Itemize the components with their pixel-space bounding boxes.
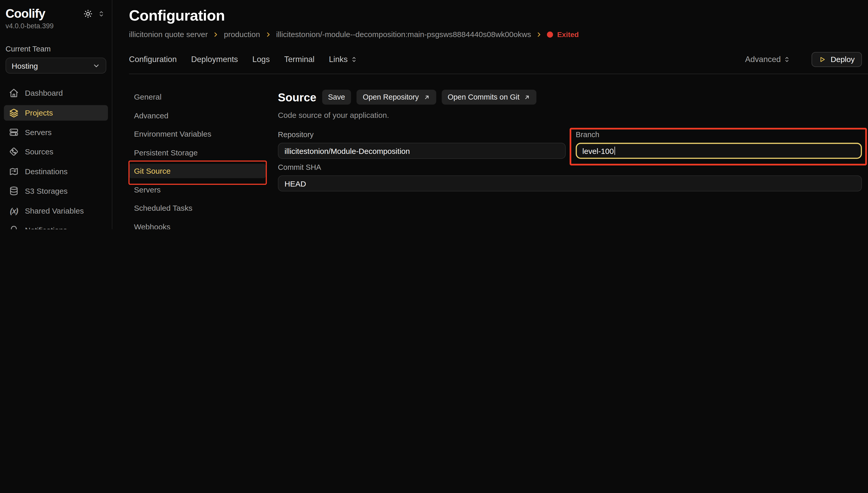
sidebar-item-projects[interactable]: Projects [4, 105, 108, 121]
variables-icon: (x) [9, 206, 19, 216]
current-team-label: Current Team [0, 45, 112, 53]
sidebar-item-label: Sources [25, 147, 53, 156]
subnav-item-general[interactable]: General [129, 89, 266, 104]
sidebar-item-label: Destinations [25, 167, 68, 176]
sidebar-item-label: Shared Variables [25, 206, 84, 215]
open-commits-button[interactable]: Open Commits on Git [442, 89, 536, 105]
chevrons-up-down-icon [350, 56, 358, 63]
team-select[interactable]: Hosting [6, 58, 106, 73]
advanced-dropdown[interactable]: Advanced [745, 55, 790, 64]
subnav-item-advanced[interactable]: Advanced [129, 108, 266, 123]
sidebar: Coolify v4.0.0-beta.399 Current Team Hos… [0, 0, 112, 229]
save-button[interactable]: Save [322, 89, 352, 105]
theme-toggle-sun-icon[interactable] [84, 9, 92, 18]
bell-icon [9, 225, 19, 229]
subnav-item-persistent-storage[interactable]: Persistent Storage [129, 145, 266, 160]
tab-deployments[interactable]: Deployments [191, 55, 238, 64]
repository-input[interactable]: illicitestonion/Module-Decomposition [278, 143, 566, 159]
sidebar-nav: Dashboard Projects Servers Sources Desti… [0, 85, 112, 229]
sidebar-item-notifications[interactable]: Notifications [4, 222, 108, 229]
sidebar-collapse-icon[interactable] [97, 10, 105, 18]
branch-field-group: Branch level-100 [576, 131, 862, 159]
text-caret [614, 147, 615, 155]
sidebar-item-label: Dashboard [25, 88, 63, 97]
subnav-item-git-source[interactable]: Git Source [129, 164, 266, 178]
breadcrumb: illicitonion quote server production ill… [129, 30, 862, 39]
page-title: Configuration [129, 7, 862, 24]
chevron-right-icon [265, 31, 271, 38]
chevron-down-icon [92, 62, 100, 69]
commit-sha-input[interactable]: HEAD [278, 175, 862, 191]
server-icon [9, 127, 19, 137]
branch-label: Branch [576, 131, 862, 140]
sidebar-item-label: Projects [25, 108, 53, 117]
deploy-button[interactable]: Deploy [812, 52, 862, 67]
branch-input[interactable]: level-100 [576, 143, 862, 159]
tab-links-dropdown[interactable]: Links [329, 55, 358, 64]
status-label: Exited [557, 30, 579, 38]
chevron-right-icon [536, 31, 542, 38]
tab-configuration[interactable]: Configuration [129, 55, 176, 64]
chevrons-up-down-icon [784, 56, 791, 63]
chevron-right-icon [213, 31, 219, 38]
git-source-panel: Source Save Open Repository Open Commits… [278, 89, 862, 229]
sidebar-item-s3-storages[interactable]: S3 Storages [4, 183, 108, 199]
sidebar-item-label: S3 Storages [25, 187, 68, 195]
commit-sha-field-group: Commit SHA HEAD [278, 163, 862, 191]
config-subnav: General Advanced Environment Variables P… [129, 89, 266, 229]
repository-field-group: Repository illicitestonion/Module-Decomp… [278, 131, 566, 159]
database-icon [9, 186, 19, 196]
section-title: Source [278, 90, 316, 104]
sidebar-item-shared-variables[interactable]: (x) Shared Variables [4, 203, 108, 218]
breadcrumb-project[interactable]: illicitonion quote server [129, 30, 208, 39]
layers-icon [9, 108, 19, 117]
subnav-item-scheduled-tasks[interactable]: Scheduled Tasks [129, 201, 266, 215]
app-version: v4.0.0-beta.399 [0, 22, 112, 30]
tabs-divider [129, 73, 868, 74]
breadcrumb-environment[interactable]: production [224, 30, 260, 39]
tab-logs[interactable]: Logs [252, 55, 270, 64]
sidebar-item-label: Notifications [25, 226, 67, 229]
status-badge: Exited [547, 30, 579, 38]
sidebar-item-servers[interactable]: Servers [4, 125, 108, 140]
coolify-app: Coolify v4.0.0-beta.399 Current Team Hos… [0, 0, 868, 229]
section-description: Code source of your application. [278, 111, 862, 120]
home-icon [9, 88, 19, 98]
subnav-item-servers[interactable]: Servers [129, 183, 266, 197]
sidebar-item-sources[interactable]: Sources [4, 144, 108, 159]
sidebar-item-label: Servers [25, 128, 52, 137]
arrow-up-right-icon [423, 94, 430, 101]
subnav-item-environment-variables[interactable]: Environment Variables [129, 127, 266, 141]
tab-terminal[interactable]: Terminal [284, 55, 315, 64]
map-icon [9, 167, 19, 176]
git-source-icon [9, 147, 19, 157]
repository-label: Repository [278, 131, 566, 140]
main-area: Configuration illicitonion quote server … [112, 0, 868, 229]
sidebar-item-dashboard[interactable]: Dashboard [4, 85, 108, 101]
arrow-up-right-icon [524, 94, 531, 101]
sidebar-item-destinations[interactable]: Destinations [4, 164, 108, 179]
subnav-item-webhooks[interactable]: Webhooks [129, 219, 266, 229]
tabs-row: Configuration Deployments Logs Terminal … [129, 51, 862, 67]
status-dot-icon [547, 31, 553, 38]
play-icon [819, 56, 826, 63]
commit-sha-label: Commit SHA [278, 163, 862, 172]
team-select-value: Hosting [12, 61, 38, 70]
open-repository-button[interactable]: Open Repository [357, 89, 436, 105]
brand-logo: Coolify [6, 7, 45, 21]
breadcrumb-application[interactable]: illicitestonion/-module--decomposition:m… [276, 30, 531, 39]
